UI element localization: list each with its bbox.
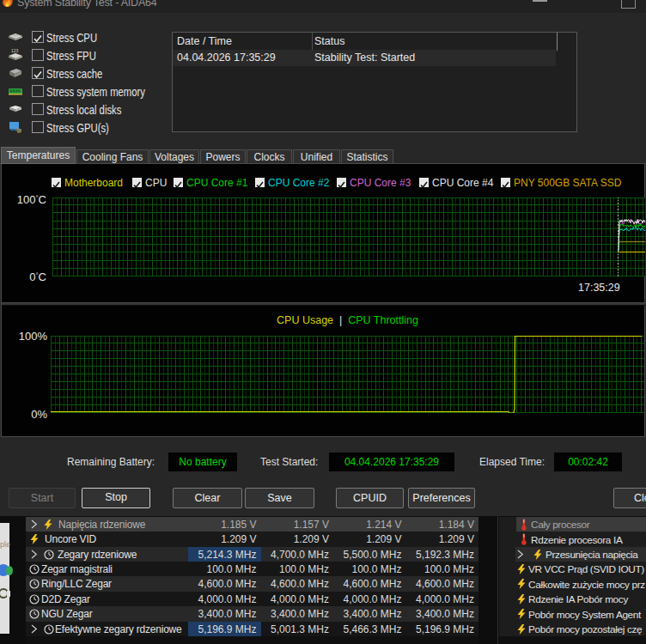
- svg-text:BI: BI: [17, 130, 21, 134]
- svg-text:123: 123: [11, 48, 19, 53]
